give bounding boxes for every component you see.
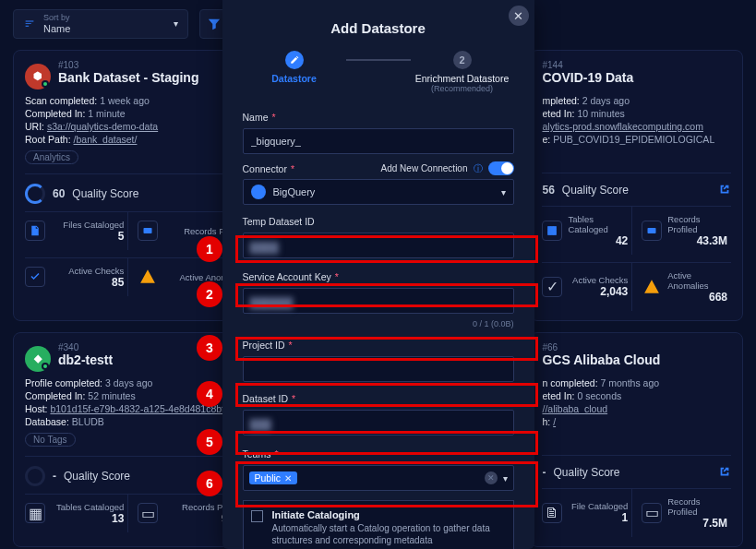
- project-id-input[interactable]: [243, 356, 514, 382]
- initiate-cataloging-title: Initiate Cataloging: [272, 508, 506, 522]
- close-button[interactable]: ✕: [509, 6, 529, 26]
- bigquery-icon: [251, 185, 266, 199]
- name-label: Name*: [243, 112, 276, 123]
- connector-label: Connector*: [243, 163, 295, 174]
- temp-dataset-input[interactable]: [243, 233, 514, 258]
- step-2-dot[interactable]: 2: [453, 51, 472, 69]
- step-1-dot[interactable]: [285, 51, 304, 69]
- initiate-cataloging-desc: Automatically start a Catalog operation …: [272, 522, 506, 547]
- step-2-sublabel: (Recommended): [431, 84, 493, 93]
- dataset-id-input[interactable]: [243, 410, 514, 436]
- teams-label: Teams*: [243, 448, 279, 459]
- team-chip-public[interactable]: Public✕: [249, 471, 298, 484]
- initiate-cataloging-option[interactable]: Initiate Cataloging Automatically start …: [243, 500, 514, 549]
- chevron-down-icon: ▾: [501, 187, 506, 197]
- step-2-label: Enrichment Datastore: [415, 73, 510, 84]
- clear-all-icon[interactable]: ✕: [485, 471, 498, 484]
- modal-overlay: ✕ Add Datastore Datastore 2 Enrichment D…: [0, 0, 756, 549]
- dataset-id-label: Dataset ID*: [243, 393, 296, 404]
- pencil-icon: [290, 55, 299, 65]
- add-connection-toggle[interactable]: [488, 161, 514, 175]
- add-connection-label: Add New Connection: [381, 163, 468, 173]
- connector-select[interactable]: BigQuery ▾: [243, 179, 514, 205]
- project-id-label: Project ID*: [243, 340, 293, 351]
- service-account-key-label: Service Account Key*: [243, 271, 339, 282]
- redacted-text: ███: [250, 419, 271, 430]
- chevron-down-icon: ▾: [503, 473, 508, 483]
- info-icon[interactable]: ⓘ: [474, 162, 483, 175]
- modal-title: Add Datastore: [243, 20, 514, 36]
- name-input[interactable]: [243, 128, 514, 154]
- chip-remove-icon[interactable]: ✕: [284, 473, 292, 483]
- teams-multiselect[interactable]: Public✕ ✕ ▾: [243, 465, 514, 491]
- redacted-text: ████: [250, 242, 279, 253]
- redacted-text: ██████: [250, 297, 294, 308]
- stepper: Datastore 2 Enrichment Datastore (Recomm…: [243, 51, 514, 93]
- sak-counter: 0 / 1 (0.0B): [243, 319, 514, 328]
- initiate-cataloging-checkbox[interactable]: [251, 510, 263, 522]
- add-datastore-modal: ✕ Add Datastore Datastore 2 Enrichment D…: [222, 0, 534, 549]
- connector-value: BigQuery: [273, 186, 316, 197]
- step-1-label: Datastore: [271, 73, 316, 84]
- temp-dataset-label: Temp Dataset ID: [243, 216, 315, 227]
- step-line: [346, 59, 411, 61]
- close-icon: ✕: [513, 9, 523, 23]
